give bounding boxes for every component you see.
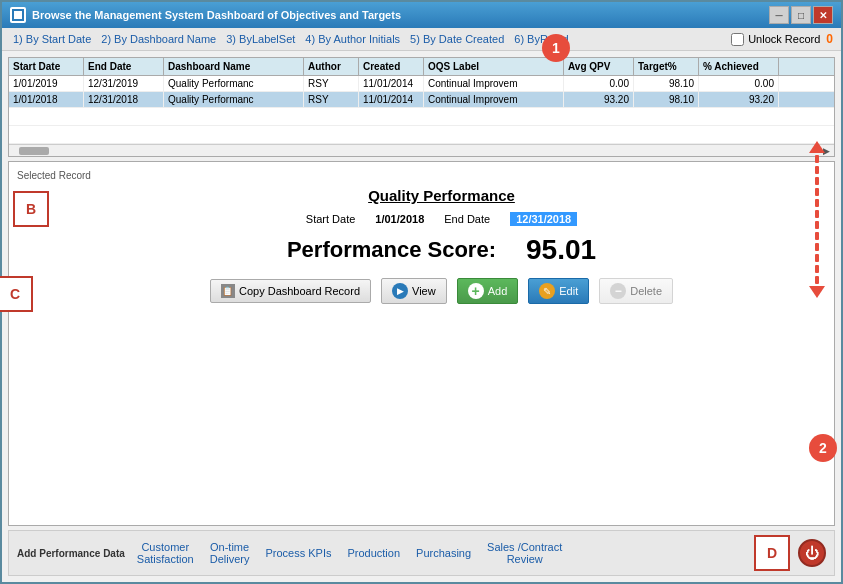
cell-target-pct: 98.10 — [634, 76, 699, 91]
badge-2: 2 — [809, 434, 837, 462]
cell-avg-qpv: 0.00 — [564, 76, 634, 91]
view-button[interactable]: ▶ View — [381, 278, 447, 304]
record-title: Quality Performance — [57, 187, 826, 204]
col-dashboard-name: Dashboard Name — [164, 58, 304, 75]
add-button[interactable]: + Add — [457, 278, 519, 304]
cell-target-pct: 98.10 — [634, 92, 699, 107]
performance-score-label: Performance Score: — [287, 237, 496, 263]
main-window: Browse the Management System Dashboard o… — [0, 0, 843, 584]
table-row[interactable]: 1/01/2019 12/31/2019 Quality Performanc … — [9, 76, 834, 92]
selected-record-inner: B Quality Performance Start Date 1/01/20… — [17, 187, 826, 308]
delete-button-label: Delete — [630, 285, 662, 297]
col-oqs-label: OQS Label — [424, 58, 564, 75]
cell-author: RSY — [304, 76, 359, 91]
link-production[interactable]: Production — [347, 547, 400, 559]
col-pct-achieved: % Achieved — [699, 58, 779, 75]
selected-record-section: Selected Record B Quality Performance St… — [8, 161, 835, 526]
link-on-time-delivery[interactable]: On-timeDelivery — [210, 541, 250, 565]
edit-button-label: Edit — [559, 285, 578, 297]
window-icon — [10, 7, 26, 23]
edit-button[interactable]: ✎ Edit — [528, 278, 589, 304]
cell-author: RSY — [304, 92, 359, 107]
unlock-label: Unlock Record — [748, 33, 820, 45]
date-row: Start Date 1/01/2018 End Date 12/31/2018 — [57, 212, 826, 226]
dashed-line — [815, 155, 819, 284]
col-avg-qpv: Avg QPV — [564, 58, 634, 75]
cell-created: 11/01/2014 — [359, 76, 424, 91]
minimize-button[interactable]: ─ — [769, 6, 789, 24]
copy-icon: 📋 — [221, 284, 235, 298]
nav-by-date-created[interactable]: 5) By Date Created — [407, 32, 507, 46]
grid-scrollbar[interactable]: ▶ — [9, 144, 834, 156]
cell-end-date: 12/31/2019 — [84, 76, 164, 91]
title-bar: Browse the Management System Dashboard o… — [2, 2, 841, 28]
end-date-label: End Date — [444, 213, 490, 225]
nav-by-dashboard-name[interactable]: 2) By Dashboard Name — [98, 32, 219, 46]
cell-dashboard-name: Quality Performanc — [164, 92, 304, 107]
label-c: C — [0, 276, 33, 312]
unlock-checkbox-input[interactable] — [731, 33, 744, 46]
table-row[interactable] — [9, 126, 834, 144]
label-d: D — [754, 535, 790, 571]
unlock-number: 0 — [826, 32, 833, 46]
grid-scroll-thumb[interactable] — [19, 147, 49, 155]
power-button[interactable]: ⏻ — [798, 539, 826, 567]
cell-end-date: 12/31/2018 — [84, 92, 164, 107]
grid-section: Start Date End Date Dashboard Name Autho… — [8, 57, 835, 157]
score-row: Performance Score: 95.01 — [57, 234, 826, 266]
svg-rect-0 — [13, 10, 23, 20]
grid-header: Start Date End Date Dashboard Name Autho… — [9, 58, 834, 76]
cell-oqs-label: Continual Improvem — [424, 76, 564, 91]
cell-oqs-label: Continual Improvem — [424, 92, 564, 107]
copy-button-label: Copy Dashboard Record — [239, 285, 360, 297]
selected-record-label: Selected Record — [17, 170, 826, 181]
add-performance-section: Add Performance Data CustomerSatisfactio… — [8, 530, 835, 576]
performance-links: CustomerSatisfaction On-timeDelivery Pro… — [137, 541, 746, 565]
col-start-date: Start Date — [9, 58, 84, 75]
link-process-kpis[interactable]: Process KPIs — [265, 547, 331, 559]
cell-pct-achieved: 93.20 — [699, 92, 779, 107]
copy-dashboard-button[interactable]: 📋 Copy Dashboard Record — [210, 279, 371, 303]
col-author: Author — [304, 58, 359, 75]
arrow-up — [809, 141, 825, 153]
restore-button[interactable]: □ — [791, 6, 811, 24]
nav-by-author-initials[interactable]: 4) By Author Initials — [302, 32, 403, 46]
cell-start-date: 1/01/2019 — [9, 76, 84, 91]
start-date-label: Start Date — [306, 213, 356, 225]
arrow-indicator — [809, 141, 825, 298]
add-icon: + — [468, 283, 484, 299]
cell-start-date: 1/01/2018 — [9, 92, 84, 107]
edit-icon: ✎ — [539, 283, 555, 299]
unlock-checkbox-container: Unlock Record — [731, 33, 820, 46]
cell-avg-qpv: 93.20 — [564, 92, 634, 107]
col-end-date: End Date — [84, 58, 164, 75]
performance-score-value: 95.01 — [526, 234, 596, 266]
delete-icon: − — [610, 283, 626, 299]
nav-bar: 1) By Start Date 2) By Dashboard Name 3)… — [2, 28, 841, 51]
nav-by-label-set[interactable]: 3) ByLabelSet — [223, 32, 298, 46]
badge-1: 1 — [542, 34, 570, 62]
col-created: Created — [359, 58, 424, 75]
action-buttons: C 📋 Copy Dashboard Record ▶ View + Add — [57, 278, 826, 304]
col-target-pct: Target% — [634, 58, 699, 75]
nav-by-start-date[interactable]: 1) By Start Date — [10, 32, 94, 46]
close-button[interactable]: ✕ — [813, 6, 833, 24]
cell-created: 11/01/2014 — [359, 92, 424, 107]
content-area: Start Date End Date Dashboard Name Autho… — [2, 51, 841, 582]
table-row[interactable] — [9, 108, 834, 126]
label-b: B — [13, 191, 49, 227]
end-date-value: 12/31/2018 — [510, 212, 577, 226]
link-customer-satisfaction[interactable]: CustomerSatisfaction — [137, 541, 194, 565]
add-button-label: Add — [488, 285, 508, 297]
arrow-down — [809, 286, 825, 298]
table-row[interactable]: 1/01/2018 12/31/2018 Quality Performanc … — [9, 92, 834, 108]
link-sales-contract-review[interactable]: Sales /ContractReview — [487, 541, 562, 565]
unlock-area: Unlock Record 0 — [731, 32, 833, 46]
add-performance-label: Add Performance Data — [17, 548, 125, 559]
delete-button[interactable]: − Delete — [599, 278, 673, 304]
window-title: Browse the Management System Dashboard o… — [32, 9, 401, 21]
start-date-value: 1/01/2018 — [375, 213, 424, 225]
link-purchasing[interactable]: Purchasing — [416, 547, 471, 559]
cell-pct-achieved: 0.00 — [699, 76, 779, 91]
view-icon: ▶ — [392, 283, 408, 299]
